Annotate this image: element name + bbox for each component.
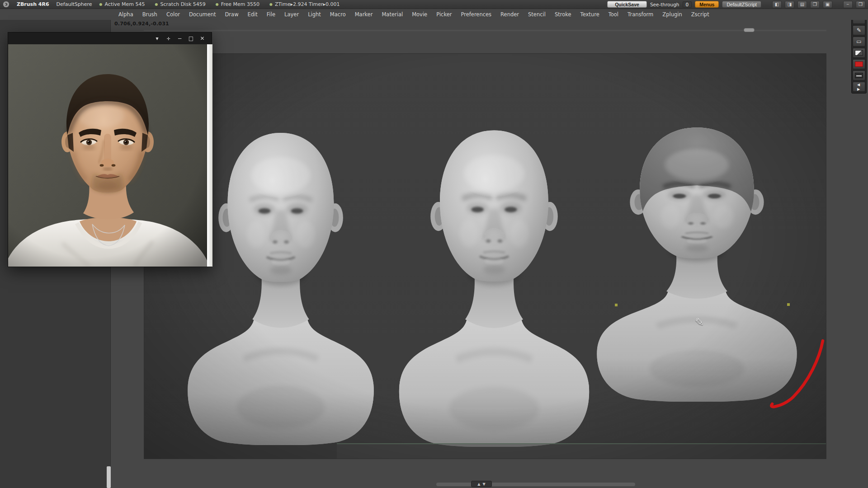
brush-cursor-icon: ✎ [695,316,704,328]
lock-icon[interactable]: ▣ [823,1,832,8]
app-title: ZBrush 4R6 [17,1,49,7]
scroll-down-icon: ▼ [483,482,486,486]
title-bar: ZBrush 4R6 DefaultSphere ●Active Mem 545… [0,0,868,9]
active-color-swatch[interactable] [853,59,865,69]
arrow-left-icon: ◀ [857,83,861,87]
panels-icon[interactable]: ❐ [810,1,820,8]
reference-window-titlebar[interactable]: ▾ ✛ − □ ✕ [8,33,212,44]
menu-item[interactable]: Alpha [114,10,137,19]
arrow-right-icon: ▶ [857,87,861,91]
window-maximize-icon[interactable]: ❐ [856,1,865,8]
left-tray-toggle-icon[interactable]: ◧ [772,1,782,8]
stat-dot-icon: ● [216,2,219,6]
menu-item[interactable]: Material [377,10,407,19]
menu-item[interactable]: Stencil [524,10,550,19]
bust-model-center[interactable] [386,109,603,447]
selection-rect-button[interactable]: ▭ [853,37,865,47]
menu-item[interactable]: Render [496,10,523,19]
stat-dot-icon: ● [269,2,273,6]
minimize-icon[interactable]: − [174,33,185,43]
gradient-button[interactable] [853,48,865,58]
canvas-hscroll-handle[interactable] [744,28,755,32]
gizmo-handle-left[interactable] [615,304,618,306]
red-swatch [855,61,863,67]
tray-divider-handle[interactable] [107,466,111,488]
see-through-label: See-through [650,2,679,7]
menu-item[interactable]: Stroke [551,10,576,19]
right-shelf: ✒ ✎ ▭ ◀▶ [851,12,867,94]
menu-item[interactable]: Brush [138,10,161,19]
active-tool-name: DefaultSphere [57,1,92,7]
dropdown-icon[interactable]: ▾ [151,33,163,43]
menu-item[interactable]: Marker [351,10,377,19]
material-swatch-button[interactable] [853,70,865,80]
menu-bar: AlphaBrushColorDocumentDrawEditFileLayer… [0,9,868,20]
floor-grid-line [337,443,826,444]
bottom-scrollbar[interactable] [436,483,635,486]
menu-item[interactable]: Picker [432,10,456,19]
zbrush-window: ZBrush 4R6 DefaultSphere ●Active Mem 545… [0,0,868,488]
menu-item[interactable]: Color [162,10,184,19]
stat-item: ●Scratch Disk 5459 [155,1,206,7]
canvas-hscroll-track[interactable] [144,30,826,31]
menu-item[interactable]: File [263,10,279,19]
memory-stats: ●Active Mem 545●Scratch Disk 5459●Free M… [99,1,340,7]
menu-item[interactable]: Layer [280,10,303,19]
menu-item[interactable]: Draw [221,10,243,19]
sculpt-canvas[interactable]: ✎ [144,53,826,459]
menu-item[interactable]: Zscript [687,10,713,19]
floor-band [337,444,826,459]
pencil-tool-button[interactable]: ✎ [853,25,865,35]
stat-item: ●Free Mem 3550 [216,1,259,7]
bottom-tray-toggle[interactable]: ▲ ▼ [471,481,492,487]
default-zscript-button[interactable]: DefaultZScript [722,1,761,8]
zbrush-logo-icon [3,1,9,8]
menus-toggle-button[interactable]: Menus [695,1,719,8]
menu-item[interactable]: Document [185,10,220,19]
stat-dot-icon: ● [155,2,158,6]
menu-item[interactable]: Tool [604,10,623,19]
menu-item[interactable]: Edit [244,10,262,19]
menu-item[interactable]: Movie [408,10,431,19]
see-through-value[interactable]: 0 [683,1,692,8]
gizmo-handle-right[interactable] [787,303,790,306]
menu-item[interactable]: Zplugin [658,10,686,19]
menu-item[interactable]: Macro [326,10,350,19]
bust-model-right[interactable] [583,109,811,402]
expand-icon[interactable]: ✛ [163,33,174,43]
window-minimize-icon[interactable]: − [843,1,853,8]
scroll-up-icon: ▲ [477,482,480,486]
reference-photo [8,44,212,267]
menu-item[interactable]: Light [304,10,325,19]
menu-item[interactable]: Texture [576,10,604,19]
menu-item[interactable]: Preferences [457,10,495,19]
close-icon[interactable]: ✕ [197,33,208,43]
quicksave-button[interactable]: QuickSave [607,1,647,8]
customize-ui-icon[interactable]: ▤ [797,1,807,8]
coordinates-readout: 0.706,0.924,-0.031 [114,21,169,27]
menu-item[interactable]: Transform [623,10,657,19]
stat-item: ●Active Mem 545 [99,1,145,7]
maximize-icon[interactable]: □ [185,33,197,43]
reference-image-window[interactable]: ▾ ✛ − □ ✕ [8,32,212,267]
gradient-swatch [855,50,863,56]
shelf-scroll-arrows[interactable]: ◀▶ [853,82,865,92]
stat-item: ●ZTime▸2.924 Timer▸0.001 [269,1,340,7]
stat-dot-icon: ● [99,2,103,6]
material-swatch [855,73,863,78]
right-tray-toggle-icon[interactable]: ◨ [785,1,794,8]
